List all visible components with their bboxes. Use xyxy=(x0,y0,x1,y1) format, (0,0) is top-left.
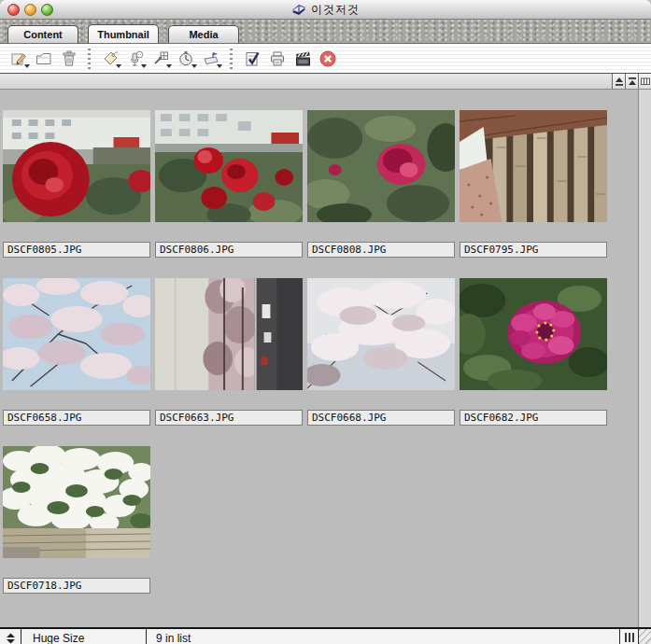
filename-label: DSCF0718.JPG xyxy=(3,578,150,594)
filename-label: DSCF0795.JPG xyxy=(460,242,607,258)
status-bar: Huge Size 9 in list xyxy=(0,627,651,644)
column-options-button[interactable] xyxy=(638,74,651,89)
cancel-button[interactable] xyxy=(315,48,340,70)
thumbnail-cell[interactable]: DSCF0668.JPG xyxy=(307,278,455,426)
tab-thumbnail[interactable]: Thumbnail xyxy=(88,24,159,43)
voice-memo-button[interactable] xyxy=(122,48,148,70)
item-count-label: 9 in list xyxy=(147,629,619,644)
tag-button[interactable] xyxy=(97,48,122,70)
sort-eject-button[interactable] xyxy=(625,74,638,89)
move-to-album-button[interactable] xyxy=(148,48,173,70)
pane-grip[interactable] xyxy=(619,629,638,644)
window-title-group: 이것저것 xyxy=(291,2,360,18)
cancel-icon xyxy=(318,49,337,68)
dropdown-caret xyxy=(116,64,121,68)
column-options-icon xyxy=(640,76,651,87)
dropdown-caret xyxy=(24,64,30,68)
filename-label: DSCF0658.JPG xyxy=(3,410,150,426)
minimize-button[interactable] xyxy=(24,4,36,16)
thumbnail-cell[interactable]: DSCF0718.JPG xyxy=(3,446,150,594)
toolbar xyxy=(0,44,651,73)
folder-icon xyxy=(35,49,53,68)
slideshow-icon xyxy=(293,49,312,68)
filename-label: DSCF0805.JPG xyxy=(3,242,150,258)
filename-label: DSCF0663.JPG xyxy=(155,410,303,426)
thumbnail-size-menu[interactable]: Huge Size xyxy=(21,629,147,644)
thumbnail-cell[interactable]: DSCF0795.JPG xyxy=(460,110,607,258)
photo-dscf0663 xyxy=(155,278,303,390)
edit-label-button[interactable] xyxy=(6,48,31,70)
print-button[interactable] xyxy=(264,48,290,70)
thumbnail-cell[interactable]: DSCF0663.JPG xyxy=(155,278,303,426)
toolbar-separator xyxy=(88,49,91,69)
sort-order-icon xyxy=(6,633,16,644)
tab-media[interactable]: Media xyxy=(168,25,239,43)
list-header-bar xyxy=(0,73,651,90)
send-button[interactable] xyxy=(198,48,223,70)
timer-button[interactable] xyxy=(173,48,198,70)
photo-dscf0682 xyxy=(460,278,607,390)
zoom-button[interactable] xyxy=(41,4,53,16)
tab-bar: Content Thumbnail Media xyxy=(0,20,651,44)
thumbnail-cell[interactable]: DSCF0806.JPG xyxy=(155,110,303,258)
photo-dscf0718 xyxy=(3,446,150,558)
photo-dscf0805 xyxy=(3,110,150,222)
window-title: 이것저것 xyxy=(311,2,360,18)
checklist-icon xyxy=(243,49,262,68)
folder-button[interactable] xyxy=(31,48,56,70)
vertical-scrollbar[interactable] xyxy=(638,90,651,628)
filename-label: DSCF0808.JPG xyxy=(307,242,455,258)
filename-label: DSCF0682.JPG xyxy=(460,410,607,426)
title-bar[interactable]: 이것저것 xyxy=(0,0,651,20)
toolbar-separator xyxy=(230,49,233,69)
thumbnail-grid: DSCF0805.JPG xyxy=(0,90,638,628)
dropdown-caret xyxy=(166,64,172,68)
sort-eject-icon xyxy=(627,76,638,87)
close-button[interactable] xyxy=(7,4,20,16)
thumbnail-cell[interactable]: DSCF0658.JPG xyxy=(3,278,150,426)
window-controls xyxy=(7,4,53,16)
photo-dscf0808 xyxy=(307,110,455,222)
filename-label: DSCF0668.JPG xyxy=(307,410,455,426)
album-book-icon xyxy=(291,4,306,16)
resize-corner[interactable] xyxy=(638,629,651,644)
dropdown-caret xyxy=(191,64,197,68)
checklist-button[interactable] xyxy=(239,48,264,70)
dropdown-caret xyxy=(217,64,222,68)
sort-order-button[interactable] xyxy=(0,629,21,644)
dropdown-caret xyxy=(141,64,147,68)
sort-ascending-button[interactable] xyxy=(612,74,625,89)
trash-icon xyxy=(60,49,78,68)
thumbnail-cell[interactable]: DSCF0805.JPG xyxy=(3,110,150,258)
slideshow-button[interactable] xyxy=(290,48,315,70)
print-icon xyxy=(268,49,287,68)
tab-content[interactable]: Content xyxy=(7,25,78,43)
filename-label: DSCF0806.JPG xyxy=(155,242,303,258)
trash-button[interactable] xyxy=(56,48,81,70)
sort-ascending-icon xyxy=(614,76,625,87)
photo-organizer-window: { "titlebar": { "title": "이것저것" }, "tabs… xyxy=(0,0,651,644)
photo-dscf0658 xyxy=(3,278,150,390)
photo-dscf0806 xyxy=(155,110,303,222)
photo-dscf0668 xyxy=(307,278,455,390)
thumbnail-cell[interactable]: DSCF0808.JPG xyxy=(307,110,455,258)
photo-dscf0795 xyxy=(460,110,607,222)
thumbnail-cell[interactable]: DSCF0682.JPG xyxy=(460,278,607,426)
